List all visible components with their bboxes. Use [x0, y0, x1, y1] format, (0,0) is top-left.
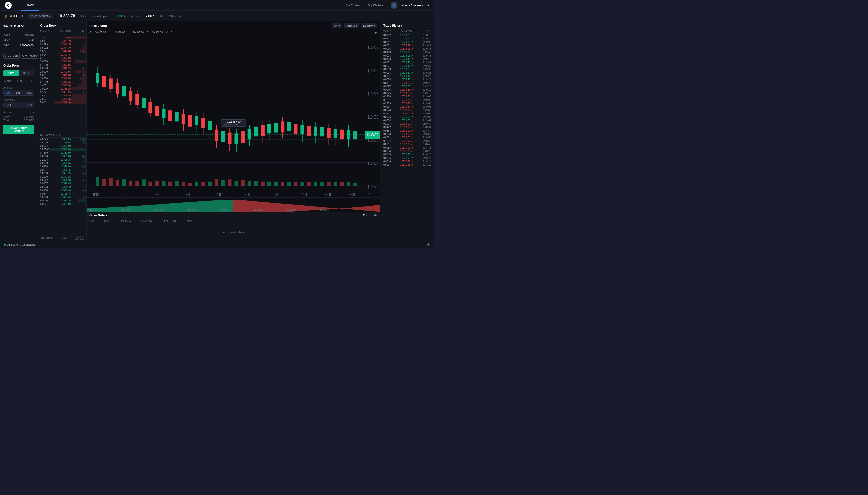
direction-arrow: ↗	[411, 34, 413, 36]
order-book-buy-row[interactable]: 0.0021 10324.50 -	[38, 202, 86, 206]
order-book-buy-row[interactable]: 0.05 10325.75 -	[38, 192, 86, 195]
chart-type-dropdown[interactable]: Candle ▾	[344, 23, 359, 28]
order-book-buy-row[interactable]: 3.0000 10331.00 -	[38, 155, 86, 158]
order-type-stop[interactable]: STOP	[26, 79, 34, 84]
chart-nav-forward[interactable]: ▶	[375, 31, 377, 34]
ob-buy-size: 0.0037	[40, 182, 55, 185]
aggregation-increase[interactable]: +	[80, 236, 84, 240]
order-book-buy-row[interactable]: 0.7599 10332.90 -	[38, 151, 86, 155]
direction-arrow: ↙	[411, 99, 413, 101]
th-trade-size: 0.007	[383, 65, 394, 67]
order-book-sell-row[interactable]: 1.007 10344.00 -	[38, 49, 86, 53]
svg-rect-116	[221, 180, 225, 186]
order-book-sell-row[interactable]: 0.132 10337.35 -	[38, 90, 86, 94]
ohlcv-low: 10,336.78	[133, 31, 144, 34]
order-book-sell-row[interactable]: 0.7599 10340.35 -	[38, 80, 86, 84]
ohlcv-low-label: L:	[128, 31, 130, 34]
buy-tab[interactable]: BUY	[3, 70, 19, 76]
order-book-sell-row[interactable]: 5.601 10336.30 -	[38, 101, 86, 104]
ob-buy-price: 10326.40	[55, 186, 77, 188]
order-book-sell-row[interactable]: 0.5922 10344.30 -	[38, 46, 86, 49]
trade-history-row: 0.0076 10335.00 ↗ 9:42:02	[380, 115, 434, 119]
order-book-buy-row[interactable]: 0.0037 10326.45 -	[38, 182, 86, 185]
ob-buy-price: 10329.35	[55, 158, 77, 161]
oo-col-price: Price (USD)	[142, 220, 154, 222]
order-book-sell-row[interactable]: 0.1000 10342.65 -	[38, 63, 86, 67]
limit-price-input[interactable]: 0.00 USD	[3, 102, 34, 108]
svg-rect-109	[175, 181, 179, 186]
svg-text:7:00: 7:00	[301, 192, 307, 197]
order-book-sell-row[interactable]: 3.14 10344.45 -	[38, 36, 86, 39]
order-book-sell-row[interactable]: 2.0000 10341.95 -	[38, 70, 86, 73]
order-book-buy-row[interactable]: 2.5000 10334.95 -	[38, 141, 86, 144]
overlay-dropdown[interactable]: Overlay ▾	[361, 23, 377, 28]
my-wallets-link[interactable]: My Wallets	[368, 3, 383, 7]
order-book-buy-row[interactable]: 3.0268 10329.00 -	[38, 165, 86, 168]
th-trade-size: 0.2968	[383, 95, 394, 98]
select-market-button[interactable]: Select Market ▾	[28, 13, 53, 19]
svg-rect-125	[281, 182, 284, 186]
svg-text:$10,530: $10,530	[320, 209, 329, 211]
th-trade-price: 10333.01 ↙	[394, 129, 419, 132]
svg-rect-84	[314, 127, 317, 136]
order-book-sell-row[interactable]: 0.0047 10343.75 -	[38, 53, 86, 56]
th-trade-size: 0.0234	[383, 150, 394, 153]
withdraw-button[interactable]: ⊖ WITHDRAW	[21, 53, 38, 59]
order-book-buy-row[interactable]: 1.0000 10327.95 -	[38, 172, 86, 175]
order-book-buy-row[interactable]: 0.0023 10326.40 -	[38, 185, 86, 189]
logo[interactable]: C	[5, 2, 12, 9]
fills-tab[interactable]: Fills	[372, 214, 377, 217]
order-book-buy-row[interactable]: 0.6168 10326.30 -	[38, 189, 86, 192]
order-book-sell-row[interactable]: 2.0000 10342.85 -	[38, 60, 86, 63]
aggregation-decrease[interactable]: −	[75, 236, 79, 240]
deposit-button[interactable]: ⊕ DEPOSIT	[3, 53, 19, 59]
svg-rect-36	[155, 106, 159, 116]
th-trade-size: 0.001	[383, 143, 394, 146]
th-trade-time: 9:49:37	[419, 65, 431, 67]
ob-buy-mysize: -	[77, 175, 84, 178]
order-book-sell-row[interactable]: 1.4371 10340.00 -	[38, 84, 86, 87]
open-tab[interactable]: Open	[363, 214, 370, 217]
order-book-buy-row[interactable]: 0.0984 10333.50 -	[38, 144, 86, 148]
settings-icon[interactable]: ⚙	[427, 243, 430, 246]
order-book-buy-row[interactable]: 0.0322 10326.50 -	[38, 178, 86, 182]
charts-panel: Price Charts 5m ▾ Candle ▾ Overlay ▾	[86, 21, 380, 241]
sell-tab[interactable]: SELL	[19, 70, 34, 76]
order-book-sell-row[interactable]: 3.0000 10339.25 -	[38, 87, 86, 90]
advanced-toggle[interactable]: Advanced ▾	[3, 111, 34, 114]
order-book-sell-row[interactable]: 0.2999 10344.35 -	[38, 42, 86, 46]
order-book-sell-row[interactable]: 0.600 10341.80 -	[38, 73, 86, 77]
ob-sell-mysize: -	[77, 67, 84, 70]
my-orders-link[interactable]: My Orders	[346, 3, 361, 7]
ohlcv-volume: 0	[171, 31, 173, 34]
svg-rect-120	[248, 181, 251, 186]
nav-tab-trade[interactable]: Trade	[21, 0, 39, 11]
order-type-limit[interactable]: LIMIT	[16, 79, 25, 84]
user-menu[interactable]: 👤 Satoshi Nakamoto ▾	[391, 2, 429, 9]
th-trade-price: 10336.71 ↗	[394, 51, 419, 54]
ob-buy-mysize: -	[77, 203, 84, 205]
max-link[interactable]: Max	[5, 91, 10, 94]
order-book-buy-row[interactable]: 0.1000 10327.25 -	[38, 175, 86, 178]
place-buy-order-button[interactable]: PLACE BUY ORDER	[3, 125, 34, 135]
order-book-buy-row[interactable]: 6.0000 10325.25 -	[38, 199, 86, 202]
order-book-buy-row[interactable]: 0.0999 10329.25 -	[38, 161, 86, 165]
order-type-market[interactable]: MARKET	[3, 79, 16, 84]
trade-history-row: 0.1094 10332.96 ↙ 9:48:53	[380, 139, 434, 142]
order-book-buy-row[interactable]: 0.001 10328.15 -	[38, 168, 86, 172]
order-book-sell-row[interactable]: 0.0688 10342.15 -	[38, 67, 86, 70]
timeframe-dropdown[interactable]: 5m ▾	[332, 23, 342, 28]
order-book-sell-row[interactable]: 2.414 10336.55 -	[38, 94, 86, 97]
order-book-buy-row[interactable]: 1.2904 10329.35 -	[38, 158, 86, 161]
svg-rect-42	[175, 112, 179, 121]
th-trade-time: 9:49:48	[419, 48, 431, 50]
order-book-buy-row[interactable]: 4.0045 10335.05 -	[38, 138, 86, 141]
order-book-sell-row[interactable]: 3.000 10336.35 -	[38, 97, 86, 101]
order-book-buy-row[interactable]: 25.3000 10333.00 -	[38, 148, 86, 151]
order-book-buy-row[interactable]: 1.0000 10325.45 -	[38, 195, 86, 199]
order-book-sell-row[interactable]: 0.01 10344.40 -	[38, 39, 86, 42]
order-book-sell-row[interactable]: 0.10 10342.90 -	[38, 56, 86, 60]
open-orders-header: Open Orders Open Fills	[86, 212, 380, 219]
order-book-sell-row[interactable]: 1.0000 10340.65 -	[38, 77, 86, 80]
amount-input[interactable]: Max 0.00 BTC	[3, 90, 34, 96]
